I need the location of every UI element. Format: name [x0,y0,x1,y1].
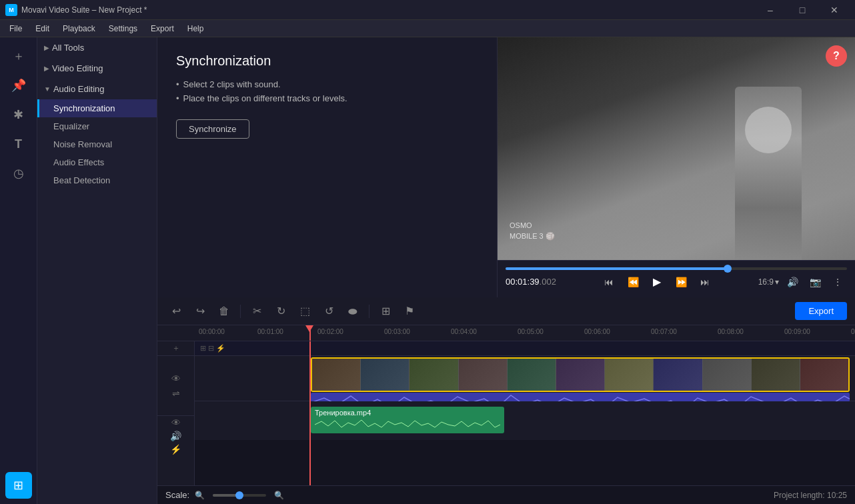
menu-file[interactable]: File [3,20,29,37]
top-section: Synchronization Select 2 clips with soun… [157,37,855,297]
video-track [195,356,855,401]
effects-button[interactable]: ✱ [5,101,32,128]
rotate-button[interactable]: ↺ [318,301,339,322]
redo-button[interactable]: ↪ [189,301,211,322]
ruler-mark-3: 00:03:00 [384,328,410,335]
tool-noise-removal[interactable]: Noise Removal [37,135,157,153]
audio-track-mute[interactable]: 🔊 [170,431,181,441]
scale-label: Scale: [165,490,189,500]
audio-track-solo[interactable]: ⚡ [170,444,181,455]
audio-editing-header[interactable]: ▼ Audio Editing [37,79,157,99]
help-button[interactable]: ? [826,45,847,67]
aspect-ratio-chevron: ▾ [775,277,779,287]
volume-button[interactable]: 🔊 [783,273,802,291]
video-preview: OSMOMOBILE 3 🏐 ? 00:01:39.002 [498,37,855,297]
film-cell-8 [654,359,702,391]
export-button[interactable]: Export [795,302,847,320]
add-track-button[interactable]: ＋ [172,343,180,354]
audio-editing-arrow: ▼ [44,85,51,93]
timeline-toolbar: ↩ ↪ 🗑 ✂ ↻ ⬚ ↺ ⬬ ⊞ ⚑ Export [157,297,855,325]
ruler-mark-5: 00:05:00 [518,328,544,335]
video-track-label: ⊞ ⊟ ⚡ [200,344,225,353]
film-cell-5 [508,359,556,391]
tools-button[interactable]: ⊞ [5,472,32,499]
scale-slider-thumb[interactable] [235,491,243,499]
menu-playback[interactable]: Playback [56,20,102,37]
maximize-button[interactable]: □ [787,0,818,20]
all-tools-header[interactable]: ▶ All Tools [37,37,157,58]
scale-decrease-button[interactable]: 🔍 [195,491,205,500]
play-button[interactable]: ▶ [648,273,666,291]
skip-to-start-button[interactable]: ⏮ [600,273,618,291]
progress-bar-bg [506,267,847,270]
progress-bar-container[interactable] [498,267,855,273]
content-area: Synchronization Select 2 clips with soun… [157,37,855,504]
titlebar-left: M Movavi Video Suite – New Project * [5,4,147,16]
menu-settings[interactable]: Settings [102,20,144,37]
next-frame-button[interactable]: ⏩ [672,273,690,291]
timeline-ruler: 00:00:00 00:01:00 00:02:00 00:03:00 00:0… [157,325,855,341]
prev-frame-button[interactable]: ⏪ [624,273,642,291]
video-track-eye[interactable]: 👁 [171,373,181,384]
undo-button[interactable]: ↩ [165,301,187,322]
aspect-ratio-selector[interactable]: 16:9 ▾ [758,277,779,287]
audio-track-eye[interactable]: 👁 [171,417,181,428]
insert-button[interactable]: ⊞ [375,301,396,322]
ruler-mark-0: 00:00:00 [199,328,225,335]
audio-clip-2-label: Тренировка.mp4 [315,409,500,417]
close-button[interactable]: ✕ [819,0,850,20]
waveform-svg-2 [315,418,500,431]
text-button[interactable]: T [5,131,32,157]
tool-beat-detection[interactable]: Beat Detection [37,171,157,189]
ruler-mark-4: 00:04:00 [451,328,477,335]
scale-increase-button[interactable]: 🔍 [274,491,284,500]
video-editing-header[interactable]: ▶ Video Editing [37,58,157,79]
more-options-button[interactable]: ⋮ [828,273,847,291]
track-content: ⊞ ⊟ ⚡ [195,341,855,485]
audio-editing-label: Audio Editing [53,84,105,94]
audio-track-2: Тренировка.mp4 [195,401,855,440]
film-cell-11 [800,359,848,391]
color-button[interactable]: ⬬ [342,301,363,322]
film-cell-3 [409,359,458,391]
instruction-item-2: Place the clips on different tracks or l… [176,93,478,103]
tool-audio-effects[interactable]: Audio Effects [37,153,157,171]
tool-equalizer[interactable]: Equalizer [37,117,157,135]
menu-export[interactable]: Export [144,20,181,37]
crop-button[interactable]: ⬚ [294,301,315,322]
trim-button[interactable]: ↻ [270,301,291,322]
video-editing-label: Video Editing [52,63,103,73]
video-track-link[interactable]: ⇌ [172,388,180,399]
pin-button[interactable]: 📌 [5,72,32,99]
video-track-controls: 👁 ⇌ [157,356,194,416]
menu-edit[interactable]: Edit [29,20,56,37]
screenshot-button[interactable]: 📷 [806,273,824,291]
skip-to-end-button[interactable]: ⏭ [696,273,714,291]
ruler-mark-1: 00:01:00 [257,328,283,335]
video-editing-arrow: ▶ [44,65,49,72]
add-media-button[interactable]: ＋ [5,43,32,69]
synchronize-button[interactable]: Synchronize [176,119,249,139]
app-title: Movavi Video Suite – New Project * [21,5,147,15]
tracks-area: ＋ 👁 ⇌ 👁 🔊 ⚡ [157,341,855,485]
filmstrip[interactable] [311,357,850,392]
audio-clip-2[interactable]: Тренировка.mp4 [311,407,504,433]
delete-button[interactable]: 🗑 [213,301,235,322]
separator-2 [369,305,369,318]
tool-title: Synchronization [176,53,478,69]
film-cell-1 [312,359,361,391]
scale-slider[interactable] [213,494,266,497]
menu-help[interactable]: Help [181,20,211,37]
progress-dot[interactable] [724,265,732,273]
minimize-button[interactable]: – [755,0,786,20]
film-cell-2 [361,359,409,391]
tracks-container: 00:00:00 00:01:00 00:02:00 00:03:00 00:0… [157,325,855,504]
all-tools-arrow: ▶ [44,44,49,51]
tools-panel: ▶ All Tools ▶ Video Editing ▼ Audio Edit… [37,37,157,504]
project-length-value: 10:25 [827,491,847,500]
cut-button[interactable]: ✂ [246,301,267,322]
all-tools-label: All Tools [52,43,84,53]
flag-button[interactable]: ⚑ [399,301,420,322]
history-button[interactable]: ◷ [5,160,32,187]
tool-synchronization[interactable]: Synchronization [37,99,157,117]
